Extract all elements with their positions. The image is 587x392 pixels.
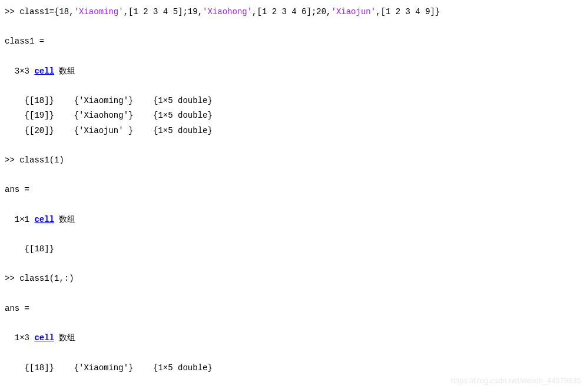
output-header-1: class1 = — [5, 34, 582, 49]
blank-line — [5, 79, 582, 94]
dims-pre-3: 1×3 — [5, 333, 34, 343]
output-dims-2: 1×1 cell 数组 — [5, 212, 582, 227]
output-header-3: ans = — [5, 301, 582, 316]
blank-line — [5, 138, 582, 153]
blank-line — [5, 168, 582, 182]
dims-post-2: 数组 — [54, 215, 75, 224]
dims-pre-1: 3×3 — [5, 67, 34, 76]
string-literal-3: 'Xiaojun' — [331, 7, 376, 16]
blank-line — [5, 19, 582, 34]
string-literal-1: 'Xiaoming' — [74, 7, 124, 16]
output-header-2: ans = — [5, 182, 582, 197]
prompt-3: >> — [5, 274, 19, 283]
dims-post-3: 数组 — [54, 333, 75, 343]
prompt-1: >> — [5, 7, 19, 16]
blank-line — [5, 227, 582, 242]
cell-link-1[interactable]: cell — [34, 67, 54, 76]
output-dims-3: 1×3 cell 数组 — [5, 331, 582, 346]
cmd-text-1b: ,[1 2 3 4 5];19, — [124, 7, 203, 16]
blank-line — [5, 316, 582, 331]
cell-link-3[interactable]: cell — [34, 333, 54, 343]
command-line-1: >> class1={18,'Xiaoming',[1 2 3 4 5];19,… — [5, 5, 582, 19]
output-dims-1: 3×3 cell 数组 — [5, 64, 582, 79]
prompt-2: >> — [5, 155, 19, 165]
blank-line — [5, 49, 582, 64]
blank-line — [5, 287, 582, 301]
dims-pre-2: 1×1 — [5, 215, 34, 224]
dims-post-1: 数组 — [54, 67, 75, 76]
cmd-text-1d: ,[1 2 3 4 9]} — [376, 7, 440, 16]
cmd-text-1a: class1={18, — [19, 7, 74, 16]
command-line-2: >> class1(1) — [5, 153, 582, 168]
output-row-1-3: {[20]} {'Xiaojun' } {1×5 double} — [5, 124, 582, 138]
command-line-3: >> class1(1,:) — [5, 271, 582, 286]
blank-line — [5, 346, 582, 360]
string-literal-2: 'Xiaohong' — [203, 7, 252, 16]
watermark-text: https://blog.csdn.net/weixin_44378835 — [451, 374, 581, 387]
cmd-text-3: class1(1,:) — [19, 274, 74, 283]
output-row-1-1: {[18]} {'Xiaoming'} {1×5 double} — [5, 94, 582, 108]
cmd-text-2: class1(1) — [19, 155, 64, 165]
output-row-1-2: {[19]} {'Xiaohong'} {1×5 double} — [5, 108, 582, 123]
cmd-text-1c: ,[1 2 3 4 6];20, — [252, 7, 331, 16]
blank-line — [5, 197, 582, 212]
cell-link-2[interactable]: cell — [34, 215, 54, 224]
blank-line — [5, 257, 582, 271]
output-row-2-1: {[18]} — [5, 242, 582, 257]
